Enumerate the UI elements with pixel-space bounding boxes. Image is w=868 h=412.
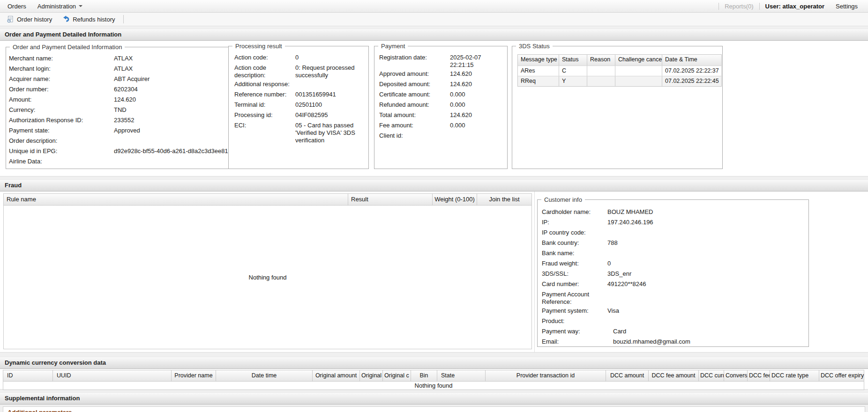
info-row: Payment state: Approved	[9, 125, 228, 136]
menu-administration[interactable]: Administration	[32, 0, 88, 12]
3ds-cell-message-type: ARes	[518, 66, 559, 76]
user-label: User: atlax_operator	[765, 3, 824, 10]
3ds-cell-challenge-cancel	[615, 76, 662, 86]
field-value: Visa	[607, 307, 807, 315]
info-row: Approved amount: 124.620	[379, 69, 505, 79]
dcc-panel: IDUUIDProvider nameDate timeOriginal amo…	[0, 369, 868, 390]
info-row: IP country code:	[542, 228, 807, 238]
info-row: Total amount: 124.620	[379, 110, 505, 120]
info-row: Deposited amount: 124.620	[379, 79, 505, 89]
field-value: Approved	[114, 127, 228, 134]
info-row: Payment way: Card	[542, 326, 807, 337]
info-row: Reference number: 001351659941	[234, 89, 367, 100]
3ds-cell-challenge-cancel	[615, 66, 662, 76]
field-value: 001351659941	[295, 91, 367, 98]
dcc-table: IDUUIDProvider nameDate timeOriginal amo…	[3, 370, 864, 390]
info-row: Payment system: Visa	[542, 306, 807, 316]
field-value: 0	[607, 260, 807, 267]
field-label: Registration date:	[379, 54, 450, 61]
field-value: Card	[607, 328, 807, 335]
dcc-column-header: DCC curr	[699, 370, 724, 381]
processing-result-legend: Processing result	[232, 43, 285, 50]
refunds-history-button[interactable]: Refunds history	[59, 14, 119, 24]
field-label: Card number:	[542, 280, 607, 288]
order-details-screen: Orders Administration Reports(0) User: a…	[0, 0, 868, 412]
field-label: Currency:	[9, 106, 114, 114]
field-value: 197.240.246.196	[607, 219, 807, 226]
customer-info-fieldset: Customer info Cardholder name: BOUZ MHAM…	[537, 196, 809, 347]
field-value: 0.000	[450, 101, 505, 109]
info-row: Bank country: 788	[542, 238, 807, 248]
field-label: Action code:	[234, 54, 295, 61]
info-row: Processing id: 04IF082595	[234, 110, 367, 120]
menu-settings[interactable]: Settings	[830, 0, 863, 12]
3ds-cell-reason	[587, 66, 615, 76]
fraud-column-header: Rule name	[4, 194, 348, 205]
info-row: Amount: 124.620	[9, 95, 228, 105]
info-row: Card number: 491220**8246	[542, 279, 807, 289]
field-label: Reference number:	[234, 91, 295, 98]
3ds-header-row: Message typeStatusReasonChallenge cancel…	[518, 55, 721, 66]
field-value: 02501100	[295, 101, 367, 109]
menu-orders[interactable]: Orders	[2, 0, 32, 12]
info-row: Additional response:	[234, 79, 367, 89]
field-value: 124.620	[450, 81, 505, 88]
field-label: Fee amount:	[379, 122, 450, 129]
info-row: Authorization Response ID: 233552	[9, 115, 228, 125]
field-label: Merchant name:	[9, 55, 114, 62]
info-row: Product:	[542, 316, 807, 326]
field-label: Processing id:	[234, 111, 295, 119]
section-header-main: Order and Payment Detailed Information	[0, 29, 868, 41]
dcc-column-header: ID	[3, 370, 53, 381]
field-label: Order description:	[9, 137, 114, 145]
field-value: 788	[607, 239, 807, 247]
field-label: Bank country:	[542, 239, 607, 247]
dcc-column-header: DCC amount	[606, 370, 649, 381]
dcc-column-header: Provider transaction id	[486, 370, 606, 381]
field-value: d92e928c-bf55-40d6-a261-d8a2c3d3ee81	[114, 147, 228, 155]
toolbar-separator	[123, 15, 124, 23]
info-row: Action code: 0	[234, 52, 367, 63]
menu-administration-label: Administration	[37, 3, 76, 10]
info-row: Merchant name: ATLAX	[9, 53, 228, 64]
menu-separator	[759, 3, 760, 10]
3ds-cell-reason	[587, 76, 615, 86]
field-label: Additional response:	[234, 81, 295, 88]
dcc-column-header: DCC rate type	[770, 370, 819, 381]
refunds-history-label: Refunds history	[73, 16, 115, 23]
field-label: Acquirer name:	[9, 75, 114, 83]
field-value: 124.620	[450, 70, 505, 78]
info-row: Terminal id: 02501100	[234, 100, 367, 110]
field-label: Product:	[542, 317, 607, 325]
order-history-button[interactable]: Order history	[3, 14, 56, 24]
3ds-column-header: Challenge cancel	[615, 55, 662, 66]
info-row: Bank name:	[542, 248, 807, 258]
field-value: 124.620	[450, 111, 505, 119]
3ds-cell-datetime: 07.02.2025 22:22:37	[662, 66, 721, 76]
field-value: 0.000	[450, 122, 505, 129]
info-row: Fee amount: 0.000	[379, 120, 505, 131]
fraud-column-header: Result	[348, 194, 433, 205]
3ds-cell-status: Y	[559, 76, 587, 86]
dcc-column-header: Bin	[411, 370, 437, 381]
3ds-cell-message-type: RReq	[518, 76, 559, 86]
dcc-column-header: Original c	[383, 370, 411, 381]
additional-parameters-header: Additional parameters	[3, 406, 865, 412]
fraud-header-row: Rule nameResultWeight (0-100)Join the li…	[4, 194, 531, 205]
menu-separator	[718, 3, 719, 10]
field-value: 3DS_enr	[607, 270, 807, 278]
field-value: ATLAX	[114, 55, 228, 62]
info-row: Action code description: 0: Request proc…	[234, 63, 367, 79]
field-label: Amount:	[9, 96, 114, 103]
dcc-column-header: Provider name	[172, 370, 216, 381]
fraud-column-header: Join the list	[477, 194, 531, 205]
info-row: Currency: TND	[9, 105, 228, 115]
info-row: Registration date: 2025-02-07 22:21:15	[379, 52, 505, 69]
order-info-legend: Order and Payment Detailed Information	[10, 44, 125, 51]
processing-result-fieldset: Processing result Action code: 0 Action …	[228, 43, 369, 169]
field-label: Merchant login:	[9, 65, 114, 73]
3ds-column-header: Reason	[587, 55, 615, 66]
menu-reports[interactable]: Reports(0)	[725, 3, 753, 10]
info-row: Order number: 6202304	[9, 84, 228, 95]
info-row: Acquirer name: ABT Acquirer	[9, 74, 228, 84]
